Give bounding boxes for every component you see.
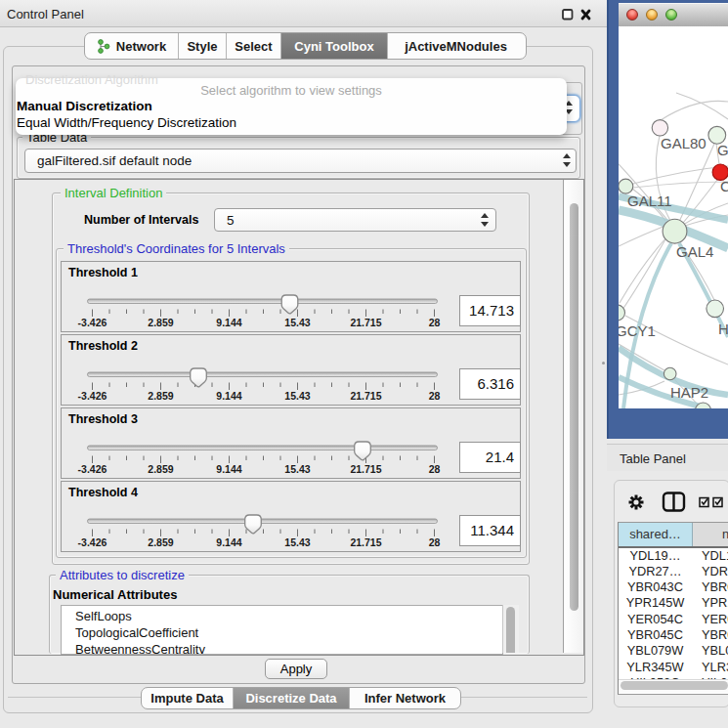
svg-text:-3.426: -3.426 bbox=[78, 463, 107, 475]
svg-text:21.715: 21.715 bbox=[350, 390, 381, 402]
svg-text:H: H bbox=[718, 321, 728, 337]
svg-text:2.859: 2.859 bbox=[148, 317, 173, 328]
svg-text:15.43: 15.43 bbox=[284, 536, 310, 548]
svg-text:GCY1: GCY1 bbox=[619, 322, 656, 339]
svg-text:9.144: 9.144 bbox=[216, 536, 241, 548]
svg-text:9.144: 9.144 bbox=[216, 317, 241, 328]
svg-text:GAL11: GAL11 bbox=[627, 193, 672, 209]
svg-text:C: C bbox=[720, 178, 728, 194]
svg-text:9.144: 9.144 bbox=[216, 463, 241, 475]
svg-text:GAL4: GAL4 bbox=[676, 243, 713, 260]
svg-text:GA: GA bbox=[717, 142, 728, 158]
svg-text:2.859: 2.859 bbox=[148, 463, 173, 475]
svg-text:-3.426: -3.426 bbox=[78, 390, 107, 402]
svg-text:28: 28 bbox=[429, 317, 441, 328]
svg-text:GAL80: GAL80 bbox=[661, 135, 707, 151]
svg-text:28: 28 bbox=[429, 390, 441, 402]
svg-text:-3.426: -3.426 bbox=[78, 317, 107, 328]
svg-text:2.859: 2.859 bbox=[148, 390, 173, 402]
svg-text:15.43: 15.43 bbox=[284, 463, 310, 475]
svg-text:15.43: 15.43 bbox=[284, 390, 310, 402]
svg-text:15.43: 15.43 bbox=[284, 317, 310, 328]
svg-text:28: 28 bbox=[429, 536, 441, 548]
svg-text:21.715: 21.715 bbox=[350, 536, 381, 548]
svg-text:21.715: 21.715 bbox=[350, 463, 381, 475]
svg-text:-3.426: -3.426 bbox=[78, 536, 107, 548]
svg-text:2.859: 2.859 bbox=[148, 536, 173, 548]
svg-text:HAP2: HAP2 bbox=[670, 384, 708, 401]
svg-text:28: 28 bbox=[429, 463, 441, 475]
svg-text:21.715: 21.715 bbox=[350, 317, 381, 328]
svg-text:9.144: 9.144 bbox=[216, 390, 241, 402]
